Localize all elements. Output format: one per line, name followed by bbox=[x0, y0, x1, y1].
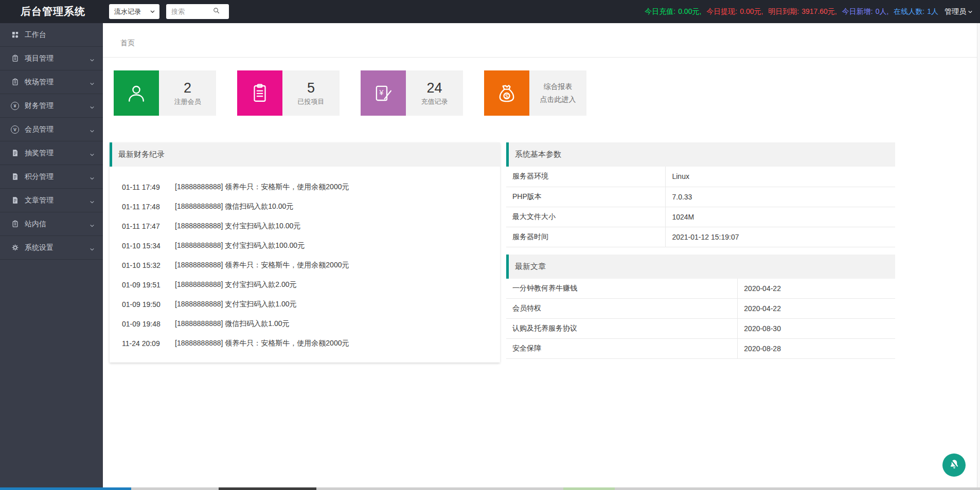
search-icon[interactable] bbox=[212, 7, 220, 16]
finance-record: 01-11 17:48[18888888888] 微信扫码入款10.00元 bbox=[122, 197, 495, 216]
finance-record: 11-24 20:09[18888888888] 领养牛只：安格斯牛，使用余额2… bbox=[122, 334, 495, 353]
finance-record: 01-11 17:49[18888888888] 领养牛只：安格斯牛，使用余额2… bbox=[122, 177, 495, 197]
right-column: 系统基本参数 服务器环境Linux PHP版本7.0.33 最大文件大小1024… bbox=[506, 142, 895, 359]
system-params-title: 系统基本参数 bbox=[515, 150, 561, 159]
sidebar-item-lottery[interactable]: 抽奖管理 bbox=[0, 141, 103, 165]
stat-today-withdraw: 今日提现:0.00元, bbox=[706, 7, 763, 16]
system-params-panel: 系统基本参数 服务器环境Linux PHP版本7.0.33 最大文件大小1024… bbox=[506, 142, 895, 247]
finance-record: 01-10 15:34[18888888888] 支付宝扫码入款100.00元 bbox=[122, 236, 495, 256]
sidebar-item-finance[interactable]: 财务管理 bbox=[0, 94, 103, 118]
svg-text:¥: ¥ bbox=[379, 88, 384, 97]
sidebar-item-settings[interactable]: 系统设置 bbox=[0, 236, 103, 260]
search-box[interactable] bbox=[166, 4, 229, 19]
clipboard-icon bbox=[11, 55, 19, 63]
table-row: PHP版本7.0.33 bbox=[506, 187, 895, 207]
user-icon bbox=[114, 70, 159, 116]
chevron-down-icon bbox=[90, 56, 95, 64]
coin-v-icon bbox=[11, 125, 19, 134]
chevron-down-icon bbox=[90, 127, 95, 135]
stat-online-users: 在线人数:1人 bbox=[894, 7, 938, 16]
taskbar-sliver bbox=[0, 487, 980, 490]
taskbar-segment bbox=[0, 487, 131, 490]
finance-record: 01-11 17:47[18888888888] 支付宝扫码入款10.00元 bbox=[122, 216, 495, 236]
sidebar-item-messages[interactable]: 站内信 bbox=[0, 212, 103, 236]
chevron-down-icon bbox=[90, 80, 95, 88]
record-type-select-value: 流水记录 bbox=[114, 7, 150, 16]
chevron-down-icon bbox=[90, 245, 95, 253]
table-row: 服务器环境Linux bbox=[506, 167, 895, 187]
dashboard-panels: 最新财务纪录 01-11 17:49[18888888888] 领养牛只：安格斯… bbox=[103, 142, 980, 362]
card-value: 24 bbox=[426, 80, 442, 96]
main-content: 首页 2 注册会员 5 已投项目 bbox=[103, 23, 980, 487]
card-value: 2 bbox=[184, 80, 191, 96]
doc-icon bbox=[11, 149, 19, 157]
sidebar-item-workbench[interactable]: 工作台 bbox=[0, 23, 103, 47]
mobile-pay-icon: ¥ bbox=[361, 70, 406, 116]
card-report-subtitle: 点击此进入 bbox=[540, 93, 576, 106]
finance-record: 01-10 15:32[18888888888] 领养牛只：安格斯牛，使用余额2… bbox=[122, 256, 495, 275]
card-report-link[interactable]: $ 综合报表 点击此进入 bbox=[484, 70, 586, 116]
chevron-down-icon bbox=[90, 151, 95, 159]
clipboard-icon bbox=[11, 220, 19, 228]
record-type-select[interactable]: 流水记录 bbox=[109, 4, 159, 19]
taskbar-segment bbox=[219, 487, 316, 490]
card-label: 充值记录 bbox=[421, 97, 448, 106]
stat-cards: 2 注册会员 5 已投项目 ¥ 24 充值记录 bbox=[114, 70, 980, 116]
article-row[interactable]: 一分钟教何养牛赚钱2020-04-22 bbox=[506, 279, 895, 299]
finance-record: 01-09 19:48[18888888888] 微信扫码入款1.00元 bbox=[122, 314, 495, 334]
admin-menu[interactable]: 管理员 bbox=[945, 7, 973, 16]
table-row: 服务器时间2021-01-12 15:19:07 bbox=[506, 227, 895, 247]
clipboard-icon bbox=[237, 70, 282, 116]
topbar-stats: 今日充值:0.00元, 今日提现:0.00元, 明日到期:3917.60元, 今… bbox=[645, 7, 980, 16]
chevron-down-icon bbox=[90, 198, 95, 206]
card-invested-projects[interactable]: 5 已投项目 bbox=[237, 70, 340, 116]
sidebar-item-points[interactable]: 积分管理 bbox=[0, 165, 103, 189]
gear-icon bbox=[11, 244, 19, 252]
sidebar-nav: 工作台 项目管理 牧场管理 财务管理 会员管理 bbox=[0, 23, 103, 487]
sidebar-item-members[interactable]: 会员管理 bbox=[0, 118, 103, 141]
admin-dashboard-page: 后台管理系统 流水记录 今日充值:0.00元, 今日提现:0.00元, 明日到期… bbox=[0, 0, 980, 490]
chevron-down-icon bbox=[90, 103, 95, 112]
scrollbar[interactable] bbox=[977, 23, 980, 487]
admin-menu-label: 管理员 bbox=[945, 7, 966, 16]
bell-slash-icon bbox=[948, 458, 960, 473]
finance-panel-header: 最新财务纪录 bbox=[110, 142, 500, 167]
stat-new-today: 今日新增:0人, bbox=[842, 7, 889, 16]
svg-text:$: $ bbox=[505, 93, 508, 99]
doc-icon bbox=[11, 173, 19, 181]
finance-records-list: 01-11 17:49[18888888888] 领养牛只：安格斯牛，使用余额2… bbox=[110, 167, 500, 362]
finance-record: 01-09 19:51[18888888888] 支付宝扫码入款2.00元 bbox=[122, 275, 495, 295]
card-recharge-records[interactable]: ¥ 24 充值记录 bbox=[361, 70, 463, 116]
system-params-table: 服务器环境Linux PHP版本7.0.33 最大文件大小1024M 服务器时间… bbox=[506, 167, 895, 247]
notification-fab[interactable] bbox=[942, 453, 966, 477]
dashboard-icon bbox=[11, 31, 19, 39]
table-row: 最大文件大小1024M bbox=[506, 207, 895, 227]
card-value: 5 bbox=[307, 80, 315, 96]
sidebar-item-ranch[interactable]: 牧场管理 bbox=[0, 70, 103, 94]
article-row[interactable]: 认购及托养服务协议2020-08-30 bbox=[506, 319, 895, 339]
latest-articles-panel: 最新文章 一分钟教何养牛赚钱2020-04-22 会员特权2020-04-22 … bbox=[506, 255, 895, 359]
finance-record: 01-09 19:50[18888888888] 支付宝扫码入款1.00元 bbox=[122, 295, 495, 314]
latest-articles-title: 最新文章 bbox=[515, 262, 546, 271]
finance-panel: 最新财务纪录 01-11 17:49[18888888888] 领养牛只：安格斯… bbox=[110, 142, 500, 362]
stat-today-recharge: 今日充值:0.00元, bbox=[645, 7, 701, 16]
breadcrumb: 首页 bbox=[103, 23, 980, 58]
card-label: 已投项目 bbox=[298, 97, 325, 106]
article-row[interactable]: 会员特权2020-04-22 bbox=[506, 299, 895, 319]
system-params-header: 系统基本参数 bbox=[506, 142, 895, 167]
chevron-down-icon bbox=[150, 7, 155, 16]
search-input[interactable] bbox=[171, 8, 212, 15]
card-report-title: 综合报表 bbox=[544, 80, 573, 93]
breadcrumb-home[interactable]: 首页 bbox=[120, 39, 135, 48]
coin-yen-icon bbox=[11, 102, 19, 110]
doc-icon bbox=[11, 196, 19, 205]
sidebar-item-articles[interactable]: 文章管理 bbox=[0, 189, 103, 212]
article-row[interactable]: 安全保障2020-08-28 bbox=[506, 339, 895, 359]
card-registered-members[interactable]: 2 注册会员 bbox=[114, 70, 216, 116]
sidebar-item-projects[interactable]: 项目管理 bbox=[0, 47, 103, 70]
clipboard-icon bbox=[11, 78, 19, 86]
money-bag-icon: $ bbox=[484, 70, 529, 116]
card-label: 注册会员 bbox=[174, 97, 201, 106]
chevron-down-icon bbox=[90, 174, 95, 183]
latest-articles-table: 一分钟教何养牛赚钱2020-04-22 会员特权2020-04-22 认购及托养… bbox=[506, 279, 895, 359]
